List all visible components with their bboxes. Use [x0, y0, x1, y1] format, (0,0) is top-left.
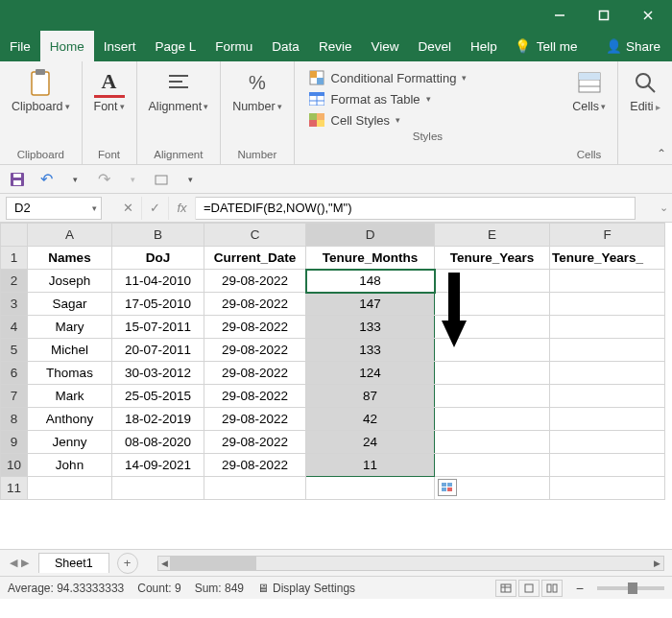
cell[interactable]: 29-08-2022 — [204, 431, 306, 454]
tab-review[interactable]: Revie — [309, 31, 362, 61]
cell[interactable]: 29-08-2022 — [204, 270, 306, 293]
cell[interactable] — [550, 385, 665, 408]
chevron-down-icon[interactable]: ▾ — [92, 203, 97, 213]
cell[interactable]: DoJ — [112, 247, 204, 270]
share-button[interactable]: 👤 Share — [594, 31, 672, 61]
cell[interactable] — [550, 477, 665, 500]
cell[interactable]: Joseph — [28, 270, 112, 293]
tab-page-layout[interactable]: Page L — [146, 31, 206, 61]
cell[interactable]: Thomas — [28, 362, 112, 385]
tab-developer[interactable]: Devel — [408, 31, 461, 61]
cell[interactable]: Current_Date — [204, 247, 306, 270]
row-header-7[interactable]: 7 — [1, 385, 28, 408]
cell[interactable] — [550, 362, 665, 385]
sheet-nav-prev[interactable]: ◀ — [10, 557, 17, 569]
cell[interactable]: 11 — [306, 454, 435, 477]
font-button[interactable]: A Font▾ — [90, 65, 129, 115]
tab-insert[interactable]: Insert — [94, 31, 146, 61]
cell[interactable]: 11-04-2010 — [112, 270, 204, 293]
cell[interactable]: Anthony — [28, 408, 112, 431]
row-header-11[interactable]: 11 — [1, 477, 28, 500]
window-close-button[interactable] — [626, 0, 670, 31]
scroll-right-button[interactable]: ▶ — [650, 557, 663, 570]
cell[interactable]: 15-07-2011 — [112, 316, 204, 339]
sheet-nav-next[interactable]: ▶ — [21, 557, 29, 569]
window-maximize-button[interactable] — [582, 0, 626, 31]
cell[interactable] — [306, 477, 435, 500]
sheet-tab-1[interactable]: Sheet1 — [38, 553, 109, 573]
cell[interactable] — [550, 431, 665, 454]
row-header-8[interactable]: 8 — [1, 408, 28, 431]
cell[interactable]: 29-08-2022 — [204, 316, 306, 339]
cell[interactable]: Tenure_Years_ — [550, 247, 665, 270]
row-header-1[interactable]: 1 — [1, 247, 28, 270]
display-settings-button[interactable]: 🖥 Display Settings — [257, 582, 355, 595]
qat-extra-button[interactable] — [152, 170, 171, 189]
cell[interactable]: Tenure_Months — [306, 247, 435, 270]
paste-button[interactable]: Clipboard▾ — [8, 65, 74, 115]
cell[interactable]: 24 — [306, 431, 435, 454]
cell[interactable] — [435, 385, 550, 408]
cell[interactable]: Mark — [28, 385, 112, 408]
cell[interactable] — [435, 408, 550, 431]
autofill-options-button[interactable] — [438, 479, 457, 496]
cell[interactable]: 14-09-2021 — [112, 454, 204, 477]
alignment-button[interactable]: Alignment▾ — [145, 65, 213, 115]
row-header-4[interactable]: 4 — [1, 316, 28, 339]
cell[interactable]: Sagar — [28, 293, 112, 316]
tab-view[interactable]: View — [361, 31, 408, 61]
ribbon-collapse-button[interactable]: ⌃ — [657, 147, 666, 160]
cell[interactable]: 133 — [306, 339, 435, 362]
worksheet-grid[interactable]: A B C D E F 1 Names DoJ Current_Date Ten… — [0, 223, 672, 549]
cell[interactable]: 29-08-2022 — [204, 362, 306, 385]
cell[interactable]: 20-07-2011 — [112, 339, 204, 362]
view-page-break-button[interactable] — [541, 580, 563, 597]
cell[interactable]: 29-08-2022 — [204, 385, 306, 408]
cell[interactable] — [28, 477, 112, 500]
undo-button[interactable]: ↶ — [36, 170, 56, 189]
tab-file[interactable]: File — [0, 31, 40, 61]
cell[interactable]: Tenure_Years — [435, 247, 550, 270]
cell[interactable]: Michel — [28, 339, 112, 362]
cell[interactable] — [550, 293, 665, 316]
cell[interactable]: 08-08-2020 — [112, 431, 204, 454]
select-all-button[interactable] — [1, 224, 28, 247]
cell[interactable]: 147 — [306, 293, 435, 316]
row-header-2[interactable]: 2 — [1, 270, 28, 293]
cells-button[interactable]: Cells▾ — [568, 65, 610, 115]
window-minimize-button[interactable] — [538, 0, 582, 31]
redo-button[interactable]: ↷ — [94, 170, 113, 189]
enter-formula-button[interactable]: ✓ — [142, 197, 169, 220]
zoom-slider-knob[interactable] — [628, 582, 637, 594]
number-button[interactable]: % Number▾ — [228, 65, 285, 115]
scrollbar-thumb[interactable] — [170, 557, 256, 570]
cell[interactable]: 42 — [306, 408, 435, 431]
qat-customize[interactable]: ▾ — [180, 170, 200, 189]
cell[interactable]: 29-08-2022 — [204, 454, 306, 477]
row-header-5[interactable]: 5 — [1, 339, 28, 362]
cell[interactable]: 29-08-2022 — [204, 339, 306, 362]
cell[interactable] — [550, 454, 665, 477]
cell[interactable] — [204, 477, 306, 500]
tab-home[interactable]: Home — [40, 31, 94, 61]
zoom-slider[interactable] — [597, 586, 664, 590]
cancel-formula-button[interactable]: ✕ — [115, 197, 142, 220]
col-header-a[interactable]: A — [28, 224, 112, 247]
cell[interactable] — [435, 431, 550, 454]
cell[interactable] — [550, 316, 665, 339]
cell[interactable]: Names — [28, 247, 112, 270]
col-header-c[interactable]: C — [204, 224, 306, 247]
view-normal-button[interactable] — [495, 580, 516, 597]
cell[interactable]: Mary — [28, 316, 112, 339]
fx-button[interactable]: fx — [169, 197, 196, 220]
save-button[interactable] — [8, 170, 27, 189]
cell[interactable] — [550, 270, 665, 293]
formula-input[interactable]: =DATEDIF(B2,NOW(),"M") — [196, 197, 636, 220]
col-header-f[interactable]: F — [550, 224, 665, 247]
cell[interactable] — [435, 454, 550, 477]
cell[interactable]: 133 — [306, 316, 435, 339]
tab-help[interactable]: Help — [461, 31, 507, 61]
row-header-6[interactable]: 6 — [1, 362, 28, 385]
cell[interactable]: 29-08-2022 — [204, 408, 306, 431]
cell[interactable] — [550, 408, 665, 431]
